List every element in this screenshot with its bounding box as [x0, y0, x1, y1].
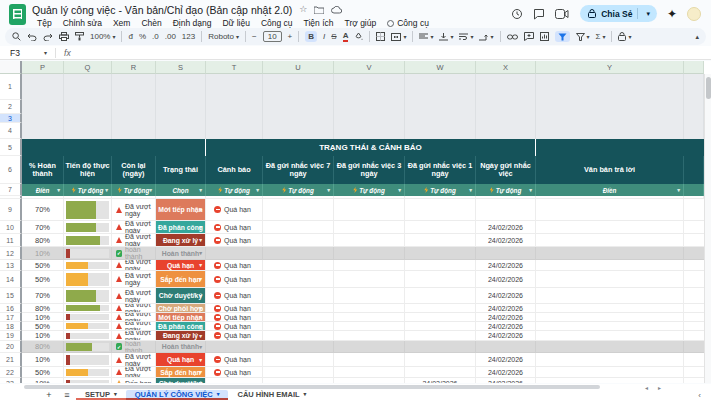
paint-format-icon[interactable]: [75, 32, 84, 41]
column-header-Q[interactable]: Q: [64, 61, 112, 74]
entry-type-cell[interactable]: Tự động▾: [112, 184, 156, 196]
empty-cell[interactable]: [112, 74, 156, 100]
field-header[interactable]: % Hoàn thành: [22, 156, 64, 184]
reminder-cell[interactable]: [334, 353, 405, 367]
status-dropdown-caret-icon[interactable]: ▾: [199, 357, 202, 363]
partial-cell[interactable]: [684, 378, 704, 383]
days-remaining-cell[interactable]: Đã vượt ngày: [112, 288, 156, 304]
empty-cell[interactable]: [64, 100, 112, 114]
empty-cell[interactable]: [156, 74, 206, 100]
dropdown-caret-icon[interactable]: ▾: [677, 187, 680, 193]
reminder-date-cell[interactable]: [476, 247, 536, 260]
reminder-cell[interactable]: [334, 304, 405, 313]
reminder-1day-cell[interactable]: [405, 234, 476, 247]
bold-button[interactable]: B: [305, 31, 317, 42]
column-header-R[interactable]: R: [112, 61, 156, 74]
partial-cell[interactable]: [684, 221, 704, 234]
percent-complete-cell[interactable]: 50%: [22, 322, 64, 331]
status-dropdown-caret-icon[interactable]: ▾: [199, 293, 202, 299]
column-header-P[interactable]: P: [22, 61, 64, 74]
entry-type-cell[interactable]: Tự động▾: [405, 184, 476, 196]
borders-icon[interactable]: [376, 32, 385, 41]
progress-bar-cell[interactable]: [64, 288, 112, 304]
row-header-14[interactable]: 14: [0, 271, 22, 288]
reminder-cell[interactable]: [263, 271, 334, 288]
status-dropdown-caret-icon[interactable]: ▾: [199, 250, 202, 256]
partial-cell[interactable]: [684, 341, 704, 353]
reminder-cell[interactable]: [334, 367, 405, 378]
reply-doc-cell[interactable]: [536, 260, 684, 271]
progress-bar-cell[interactable]: [64, 353, 112, 367]
reminder-cell[interactable]: [263, 288, 334, 304]
font-size-input[interactable]: 10: [263, 31, 282, 42]
status-dropdown-cell[interactable]: Đã phân công▾: [156, 221, 206, 234]
progress-bar-cell[interactable]: [64, 367, 112, 378]
field-header[interactable]: Đã gửi nhắc việc 1 ngày: [405, 156, 476, 184]
days-remaining-cell[interactable]: Đã vượt ngày: [112, 260, 156, 271]
menu-item-2[interactable]: Xem: [108, 18, 135, 28]
collapse-panel-icon[interactable]: ‹: [698, 390, 711, 400]
reminder-cell[interactable]: [334, 247, 405, 260]
row-header-20[interactable]: 20: [0, 341, 22, 353]
empty-cell[interactable]: [263, 74, 334, 100]
menu-item-7[interactable]: Tiện ích: [299, 18, 339, 28]
reminder-1day-cell[interactable]: [405, 199, 476, 221]
reminder-1day-cell[interactable]: [405, 322, 476, 331]
undo-icon[interactable]: [27, 33, 37, 41]
status-dropdown-cell[interactable]: Chờ duyệt/ký▾: [156, 378, 206, 383]
progress-bar-cell[interactable]: [64, 199, 112, 221]
share-button[interactable]: Chia Sẻ ▾: [580, 5, 657, 22]
percent-complete-cell[interactable]: 10%: [22, 353, 64, 367]
reply-doc-cell[interactable]: [536, 247, 684, 260]
reminder-cell[interactable]: [334, 322, 405, 331]
reply-doc-cell[interactable]: [536, 378, 684, 383]
empty-cell[interactable]: [64, 114, 112, 123]
strikethrough-button[interactable]: S: [331, 33, 336, 41]
empty-cell[interactable]: [64, 123, 112, 139]
empty-cell[interactable]: [22, 100, 64, 114]
sheet-tab-caret-icon[interactable]: ▾: [114, 391, 117, 397]
reply-doc-cell[interactable]: [536, 221, 684, 234]
reminder-cell[interactable]: [334, 271, 405, 288]
percent-format-button[interactable]: %: [139, 33, 146, 41]
empty-cell[interactable]: [536, 114, 684, 123]
entry-type-cell[interactable]: Tự động▾: [64, 184, 112, 196]
status-dropdown-cell[interactable]: Hoàn thành▾: [156, 247, 206, 260]
empty-cell[interactable]: [684, 114, 704, 123]
progress-bar-cell[interactable]: [64, 271, 112, 288]
insert-link-icon[interactable]: [507, 34, 518, 40]
share-dropdown-icon[interactable]: ▾: [643, 10, 653, 18]
partial-cell[interactable]: [684, 288, 704, 304]
reminder-1day-cell[interactable]: [405, 353, 476, 367]
days-remaining-cell[interactable]: Đã vượt ngày: [112, 322, 156, 331]
row-header-9[interactable]: 9: [0, 199, 22, 221]
sheet-tab-0[interactable]: SETUP▾: [76, 390, 126, 400]
entry-type-cell[interactable]: Tự động▾: [263, 184, 334, 196]
star-icon[interactable]: ☆: [299, 5, 307, 14]
percent-complete-cell[interactable]: 50%: [22, 260, 64, 271]
reminder-date-cell[interactable]: 24/02/2026: [476, 221, 536, 234]
reminder-date-cell[interactable]: 24/02/2026: [476, 353, 536, 367]
empty-cell[interactable]: [334, 114, 405, 123]
column-header-W[interactable]: W: [405, 61, 476, 74]
row-header-10[interactable]: 10: [0, 221, 22, 234]
dropdown-caret-icon[interactable]: ▾: [327, 187, 330, 193]
status-dropdown-caret-icon[interactable]: ▾: [199, 237, 202, 243]
status-dropdown-caret-icon[interactable]: ▾: [199, 380, 202, 383]
sheet-tab-1[interactable]: QUẢN LÝ CÔNG VIỆC▾: [126, 390, 229, 400]
dropdown-caret-icon[interactable]: ▾: [398, 187, 401, 193]
empty-cell[interactable]: [206, 100, 263, 114]
reminder-date-cell[interactable]: 24/02/2026: [476, 313, 536, 322]
name-box[interactable]: F3: [0, 48, 44, 58]
reply-doc-cell[interactable]: [536, 199, 684, 221]
reminder-1day-cell[interactable]: [405, 247, 476, 260]
dropdown-caret-icon[interactable]: ▾: [149, 187, 152, 193]
reminder-cell[interactable]: [263, 260, 334, 271]
reminder-date-cell[interactable]: 24/02/2026: [476, 378, 536, 383]
partial-cell[interactable]: [684, 367, 704, 378]
increase-font-size-button[interactable]: +: [288, 33, 293, 41]
row-header-4[interactable]: 4: [0, 123, 22, 139]
days-remaining-cell[interactable]: Đã vượt ngày: [112, 221, 156, 234]
merge-cells-icon[interactable]: ▾: [391, 33, 406, 41]
partial-cell[interactable]: [684, 353, 704, 367]
